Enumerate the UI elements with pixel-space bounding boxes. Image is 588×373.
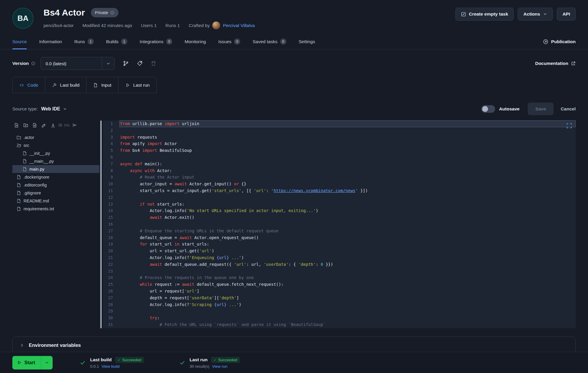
author-link[interactable]: Percival Villalva (223, 23, 255, 28)
info-icon (31, 61, 35, 65)
start-button[interactable]: Start (12, 356, 41, 369)
source-type-select[interactable]: Web IDE (41, 106, 67, 112)
tab-count-badge: 0 (234, 38, 240, 45)
tab-source[interactable]: Source (12, 34, 27, 49)
tree-item-main-py[interactable]: main.py (12, 165, 99, 173)
code-line[interactable]: 11 start_urls = actor_input.get('start_u… (103, 187, 576, 194)
api-button[interactable]: API (557, 8, 576, 21)
code-line[interactable]: 5from bs4 import BeautifulSoup (103, 147, 576, 154)
file-name: .editorconfig (24, 183, 47, 187)
code-line[interactable]: 4from apify import Actor (103, 140, 576, 147)
line-number: 10 (103, 181, 119, 187)
code-line[interactable]: 20 url = start_url.get('url') (103, 248, 576, 254)
publication-button[interactable]: Publication (543, 39, 576, 44)
code-line[interactable]: 19 for start_url in start_urls: (103, 241, 576, 248)
code-line[interactable]: 9 # Read the Actor input (103, 174, 576, 181)
code-line[interactable]: 16 (103, 221, 576, 228)
code-line[interactable]: 1from urllib.parse import urljoin (103, 120, 576, 127)
code-line[interactable]: 2 (103, 127, 576, 134)
tab-last-run[interactable]: Last run (118, 77, 157, 93)
autosave-toggle[interactable] (481, 105, 495, 113)
git-branch-icon[interactable] (123, 61, 129, 66)
tab-builds[interactable]: Builds1 (106, 34, 127, 49)
view-run-link[interactable]: View run (212, 364, 227, 369)
code-line[interactable]: 28 Actor.log.info(f'Scraping {url} ...') (103, 301, 576, 308)
code-line[interactable]: 18 default_queue = await Actor.open_requ… (103, 234, 576, 241)
tab-code[interactable]: Code (12, 77, 45, 93)
tab-settings[interactable]: Settings (299, 34, 315, 49)
modified-timestamp: Modified 42 minutes ago (83, 23, 132, 28)
tab-input[interactable]: Input (86, 77, 118, 93)
line-number: 18 (103, 234, 119, 241)
tab-saved-tasks[interactable]: Saved tasks0 (253, 34, 286, 49)
tree-item--dockerignore[interactable]: .dockerignore (12, 173, 99, 181)
file-name: __init__.py (29, 151, 50, 156)
code-line[interactable]: 13 if not start_urls: (103, 201, 576, 208)
rename-file-button[interactable] (40, 121, 48, 129)
code-line[interactable]: 31 # Fetch the URL using `requests` and … (103, 321, 576, 328)
collapse-button[interactable] (71, 121, 79, 129)
tab-runs[interactable]: Runs1 (74, 34, 94, 49)
documentation-link[interactable]: Documentation (535, 61, 576, 66)
code-line[interactable]: 22 await default_queue.add_request({ 'ur… (103, 261, 576, 268)
code-line[interactable]: 8 async with Actor: (103, 167, 576, 174)
tree-item-requirements-txt[interactable]: requirements.txt (12, 205, 99, 213)
code-line[interactable]: 14 Actor.log.info('No start URLs specifi… (103, 207, 576, 214)
tag-icon[interactable] (137, 61, 143, 66)
code-line[interactable]: 6 (103, 154, 576, 161)
code-line[interactable]: 10 actor_input = await Actor.get_input()… (103, 181, 576, 187)
cancel-button[interactable]: Cancel (561, 106, 576, 112)
tree-item--actor[interactable]: .actor (12, 133, 99, 141)
tab-count-badge: 0 (166, 38, 172, 45)
new-folder-button[interactable] (21, 121, 30, 129)
main-nav: SourceInformationRuns1Builds1Integration… (0, 34, 588, 49)
code-text: default_queue = await Actor.open_request… (119, 234, 576, 241)
code-line[interactable]: 12 (103, 194, 576, 201)
view-build-link[interactable]: View build (101, 364, 119, 369)
code-text: await Actor.exit() (119, 214, 576, 221)
start-options-button[interactable] (41, 356, 53, 369)
version-select[interactable]: 0.0 (latest) (41, 57, 115, 70)
run-bar: Start Last build Succeeded 0.0.1 View bu… (0, 352, 588, 373)
code-editor[interactable]: 1from urllib.parse import urljoin23impor… (103, 120, 576, 328)
autosave-label: Autosave (499, 106, 519, 112)
line-number: 4 (103, 140, 119, 147)
download-button[interactable] (49, 121, 57, 129)
tree-item--main-py[interactable]: __main__.py (12, 157, 99, 165)
file-panel-scrollbar[interactable] (100, 120, 102, 328)
code-text: # Process the requests in the queue one … (119, 274, 576, 281)
tree-item--init-py[interactable]: __init__.py (12, 149, 99, 157)
code-line[interactable]: 21 Actor.log.info(f'Enqueuing {url} ...'… (103, 254, 576, 261)
code-line[interactable]: 17 # Enqueue the starting URLs in the de… (103, 228, 576, 234)
code-line[interactable]: 15 await Actor.exit() (103, 214, 576, 221)
file-icon (16, 175, 21, 179)
actions-button[interactable]: Actions (518, 8, 553, 21)
tree-item--gitignore[interactable]: .gitignore (12, 189, 99, 197)
save-button[interactable]: Save (528, 103, 554, 115)
code-line[interactable]: 26 url = request['url'] (103, 288, 576, 295)
tab-information[interactable]: Information (39, 34, 62, 49)
new-file-button[interactable] (12, 121, 21, 129)
expand-editor-icon[interactable] (566, 123, 572, 129)
tab-issues[interactable]: Issues0 (218, 34, 240, 49)
tree-item--editorconfig[interactable]: .editorconfig (12, 181, 99, 189)
code-line[interactable]: 23 (103, 268, 576, 275)
code-line[interactable]: 29 (103, 308, 576, 315)
tree-item-src[interactable]: src (12, 141, 99, 149)
environment-variables-section[interactable]: Environment variables (12, 337, 576, 354)
code-line[interactable]: 30 try: (103, 315, 576, 321)
code-line[interactable]: 7async def main(): (103, 161, 576, 167)
tree-item-readme-md[interactable]: README.md (12, 197, 99, 205)
tab-monitoring[interactable]: Monitoring (185, 34, 206, 49)
code-line[interactable]: 27 depth = request['userData']['depth'] (103, 295, 576, 301)
code-line[interactable]: 24 # Process the requests in the queue o… (103, 274, 576, 281)
trash-icon[interactable] (151, 61, 156, 66)
tab-integrations[interactable]: Integrations0 (140, 34, 172, 49)
tab-last-build[interactable]: Last build (45, 77, 86, 93)
code-line[interactable]: 3import requests (103, 134, 576, 141)
upload-file-button[interactable] (31, 121, 39, 129)
folder-open-icon (16, 143, 21, 148)
menu-button[interactable]: 0% (58, 121, 70, 129)
code-line[interactable]: 25 while request := await default_queue.… (103, 281, 576, 288)
create-empty-task-button[interactable]: Create empty task (455, 8, 514, 21)
